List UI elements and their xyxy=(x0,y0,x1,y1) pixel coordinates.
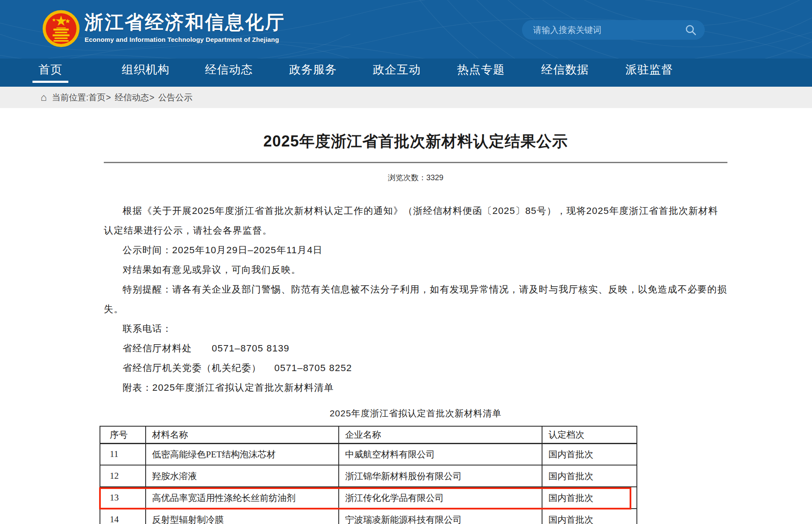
nav-item-organization[interactable]: 组织机构 xyxy=(122,62,170,77)
search-input[interactable] xyxy=(522,20,705,40)
breadcrumb: ⌂ 当前位置: 首页 > 经信动态 > 公告公示 xyxy=(0,87,812,108)
materials-table-wrapper: 序号 材料名称 企业名称 认定档次 11 低密高能绿色PET结构泡沫芯材 中威航… xyxy=(100,426,636,524)
cell-no: 11 xyxy=(100,443,146,465)
cell-grade: 国内首批次 xyxy=(542,465,637,487)
site-subtitle: Economy and Information Technology Depar… xyxy=(85,36,285,43)
title-divider xyxy=(104,162,727,163)
paragraph-warning: 特别提醒：请各有关企业及部门警惕、防范有关信息被不法分子利用，如有发现异常情况，… xyxy=(104,280,727,319)
breadcrumb-announcements[interactable]: 公告公示 xyxy=(158,92,192,103)
nav-item-interaction[interactable]: 政企互动 xyxy=(373,62,421,77)
cell-company: 浙江锦华新材料股份有限公司 xyxy=(339,465,542,487)
cell-no: 14 xyxy=(100,509,146,524)
article-body: 根据《关于开展2025年度浙江省首批次新材料认定工作的通知》（浙经信材料便函〔2… xyxy=(104,201,727,398)
site-banner: 浙江省经济和信息化厅 Economy and Information Techn… xyxy=(0,0,812,87)
view-count: 浏览次数：3329 xyxy=(104,173,727,183)
nav-item-home[interactable]: 首页 xyxy=(38,62,62,77)
nav-item-topics[interactable]: 热点专题 xyxy=(457,62,505,77)
paragraph-phone-1: 省经信厅材料处 0571–8705 8139 xyxy=(104,339,727,358)
breadcrumb-news[interactable]: 经信动态 xyxy=(115,92,149,103)
paragraph-contact: 联系电话： xyxy=(104,319,727,339)
site-title-block: 浙江省经济和信息化厅 Economy and Information Techn… xyxy=(85,11,285,43)
cell-company: 浙江传化化学品有限公司 xyxy=(339,487,542,509)
page: 浙江省经济和信息化厅 Economy and Information Techn… xyxy=(0,0,812,524)
cell-no: 13 xyxy=(100,487,146,509)
table-row: 11 低密高能绿色PET结构泡沫芯材 中威航空材料有限公司 国内首批次 xyxy=(100,443,637,465)
header-material: 材料名称 xyxy=(146,426,339,443)
paragraph-basis: 根据《关于开展2025年度浙江省首批次新材料认定工作的通知》（浙经信材料便函〔2… xyxy=(104,201,727,240)
cell-material: 低密高能绿色PET结构泡沫芯材 xyxy=(146,443,339,465)
materials-table: 序号 材料名称 企业名称 认定档次 11 低密高能绿色PET结构泡沫芯材 中威航… xyxy=(100,426,637,524)
home-icon[interactable]: ⌂ xyxy=(41,92,47,102)
site-title: 浙江省经济和信息化厅 xyxy=(85,11,285,33)
main-nav: 首页 组织机构 经信动态 政务服务 政企互动 热点专题 经信数据 派驻监督 xyxy=(0,59,812,87)
breadcrumb-separator: > xyxy=(106,93,111,102)
search-icon[interactable] xyxy=(685,24,696,35)
paragraph-phone-2: 省经信厅机关党委（机关纪委） 0571–8705 8252 xyxy=(104,358,727,378)
table-header-row: 序号 材料名称 企业名称 认定档次 xyxy=(100,426,637,443)
cell-no: 12 xyxy=(100,465,146,487)
header-company: 企业名称 xyxy=(339,426,542,443)
cell-material: 羟胺水溶液 xyxy=(146,465,339,487)
page-title: 2025年度浙江省首批次新材料认定结果公示 xyxy=(104,131,727,152)
paragraph-period: 公示时间：2025年10月29日–2025年11月4日 xyxy=(104,240,727,260)
paragraph-annex: 附表：2025年度浙江省拟认定首批次新材料清单 xyxy=(104,378,727,398)
nav-item-data[interactable]: 经信数据 xyxy=(541,62,589,77)
cell-material: 反射型辐射制冷膜 xyxy=(146,509,339,524)
view-count-label: 浏览次数： xyxy=(388,173,426,182)
table-row: 14 反射型辐射制冷膜 宁波瑞凌新能源科技有限公司 国内首批次 xyxy=(100,509,637,524)
cell-company: 中威航空材料有限公司 xyxy=(339,443,542,465)
breadcrumb-separator: > xyxy=(150,93,155,102)
table-caption: 2025年度浙江省拟认定首批次新材料清单 xyxy=(104,405,727,422)
nav-item-services[interactable]: 政务服务 xyxy=(289,62,337,77)
paragraph-feedback: 对结果如有意见或异议，可向我们反映。 xyxy=(104,260,727,280)
cell-grade: 国内首批次 xyxy=(542,487,637,509)
article: 2025年度浙江省首批次新材料认定结果公示 浏览次数：3329 根据《关于开展2… xyxy=(104,131,727,524)
view-count-value: 3329 xyxy=(426,173,443,182)
header-no: 序号 xyxy=(100,426,146,443)
cell-grade: 国内首批次 xyxy=(542,443,637,465)
nav-item-supervision[interactable]: 派驻监督 xyxy=(625,62,673,77)
nav-item-news[interactable]: 经信动态 xyxy=(205,62,253,77)
breadcrumb-prefix: 当前位置: xyxy=(52,92,89,103)
table-row-highlighted: 13 高优品率宽适用性涤纶长丝前纺油剂 浙江传化化学品有限公司 国内首批次 xyxy=(100,487,637,509)
header-grade: 认定档次 xyxy=(542,426,637,443)
national-emblem-logo xyxy=(42,9,80,48)
search-box xyxy=(522,20,705,40)
cell-company: 宁波瑞凌新能源科技有限公司 xyxy=(339,509,542,524)
cell-material: 高优品率宽适用性涤纶长丝前纺油剂 xyxy=(146,487,339,509)
site-header: 浙江省经济和信息化厅 Economy and Information Techn… xyxy=(0,0,812,59)
table-row: 12 羟胺水溶液 浙江锦华新材料股份有限公司 国内首批次 xyxy=(100,465,637,487)
cell-grade: 国内首批次 xyxy=(542,509,637,524)
breadcrumb-home[interactable]: 首页 xyxy=(88,92,106,103)
